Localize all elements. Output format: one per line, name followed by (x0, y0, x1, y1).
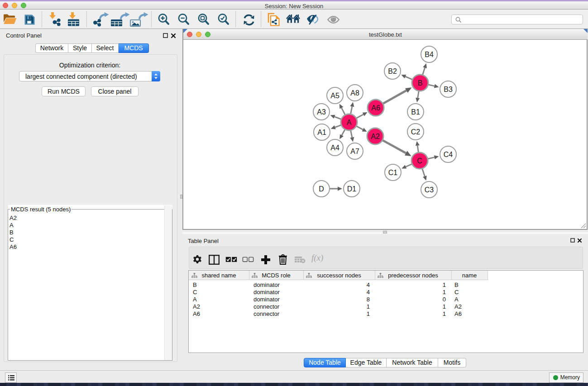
svg-text:C: C (417, 157, 422, 165)
svg-text:A8: A8 (350, 89, 359, 97)
svg-text:B: B (418, 79, 423, 87)
svg-text:A6: A6 (371, 104, 380, 112)
svg-text:B1: B1 (411, 108, 420, 116)
svg-text:B2: B2 (388, 67, 397, 75)
svg-text:B3: B3 (444, 86, 453, 93)
svg-text:A1: A1 (317, 129, 326, 136)
svg-text:A2: A2 (371, 133, 380, 140)
svg-text:A4: A4 (330, 144, 339, 152)
svg-text:A5: A5 (330, 92, 339, 100)
svg-text:D: D (319, 185, 324, 193)
svg-text:C4: C4 (444, 151, 453, 158)
svg-text:C2: C2 (411, 128, 421, 136)
svg-text:C3: C3 (425, 186, 434, 194)
svg-text:B4: B4 (425, 51, 434, 58)
svg-text:A3: A3 (317, 108, 326, 116)
svg-text:C1: C1 (388, 169, 398, 176)
svg-text:D1: D1 (347, 185, 357, 193)
svg-text:A: A (347, 119, 352, 126)
svg-text:A7: A7 (350, 148, 359, 155)
